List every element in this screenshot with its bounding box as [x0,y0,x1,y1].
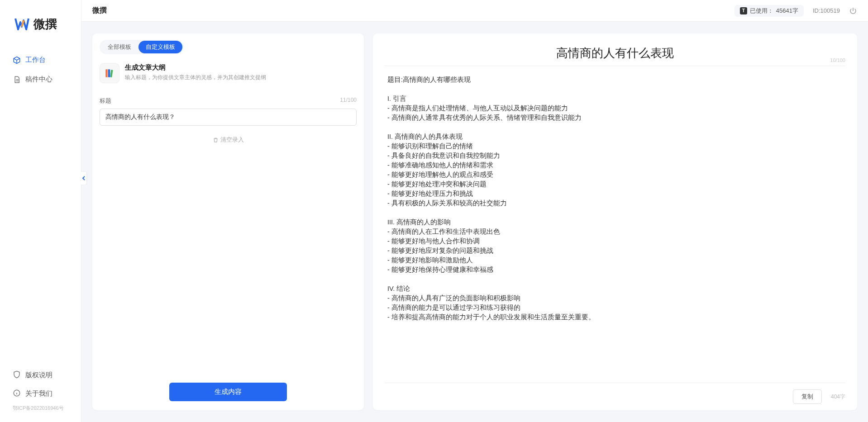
info-icon [13,389,21,398]
icp-text: 鄂ICP备2022016946号 [0,403,81,415]
template-desc: 输入标题，为你提供文章主体的灵感，并为其创建推文提纲 [125,74,266,81]
sidebar-footer: 版权说明 关于我们 鄂ICP备2022016946号 [0,366,81,422]
tab-all-templates[interactable]: 全部模板 [100,41,138,53]
title-input[interactable] [100,109,357,126]
user-id: ID:100519 [813,7,840,14]
usage-chip[interactable]: T 已使用： 45641字 [734,5,804,17]
footer-copyright[interactable]: 版权说明 [0,366,81,384]
tab-custom-templates[interactable]: 自定义模板 [138,41,182,53]
svg-rect-1 [105,69,107,77]
sidebar-collapse-handle[interactable] [81,172,86,185]
usage-label: 已使用： [750,7,773,15]
output-footer: 复制 404字 [385,383,845,410]
usage-value: 45641字 [776,7,798,15]
template-title: 生成文章大纲 [125,63,266,72]
logo-icon [14,16,30,32]
output-body[interactable]: 题目:高情商的人有哪些表现 I. 引言 - 高情商是指人们处理情绪、与他人互动以… [373,66,857,383]
output-title: 高情商的人有什么表现 [387,45,843,61]
cube-icon [13,56,21,64]
sidebar-nav: 工作台 稿件中心 [0,46,81,366]
shield-icon [13,370,21,380]
nav-item-workspace[interactable]: 工作台 [0,50,81,70]
output-word-count: 404字 [831,393,845,401]
brand-name: 微撰 [33,16,57,32]
footer-label: 版权说明 [25,371,52,379]
document-icon [13,76,21,84]
nav-label: 稿件中心 [25,75,52,84]
books-icon [100,63,119,83]
form-area: 标题 11/100 清空录入 [92,90,364,144]
chevron-left-icon [82,176,86,180]
template-card: 生成文章大纲 输入标题，为你提供文章主体的灵感，并为其创建推文提纲 [92,54,364,90]
clear-input-button[interactable]: 清空录入 [100,136,357,144]
template-tabs: 全部模板 自定义模板 [100,40,183,54]
generate-button[interactable]: 生成内容 [169,383,287,401]
power-icon[interactable] [849,7,857,15]
topbar: 微撰 T 已使用： 45641字 ID:100519 [81,0,868,22]
text-badge-icon: T [740,7,747,14]
left-panel: 全部模板 自定义模板 生成文章大纲 输入标题，为你提供文章主体的灵感，并为其创建… [92,33,364,410]
trash-icon [213,137,219,143]
footer-about[interactable]: 关于我们 [0,384,81,403]
svg-rect-3 [110,70,113,77]
svg-rect-2 [108,69,110,77]
title-field-label: 标题 [100,97,111,105]
footer-label: 关于我们 [25,389,52,398]
nav-item-drafts[interactable]: 稿件中心 [0,70,81,89]
copy-button[interactable]: 复制 [793,389,822,404]
nav-label: 工作台 [25,56,46,64]
app-title: 微撰 [92,6,107,15]
output-title-count: 10/100 [830,57,845,63]
output-panel: 高情商的人有什么表现 10/100 题目:高情商的人有哪些表现 I. 引言 - … [373,33,857,410]
title-char-count: 11/100 [340,97,357,105]
clear-label: 清空录入 [220,136,244,144]
sidebar: 微撰 工作台 稿件中心 版权说明 [0,0,81,422]
brand-logo[interactable]: 微撰 [0,0,81,46]
